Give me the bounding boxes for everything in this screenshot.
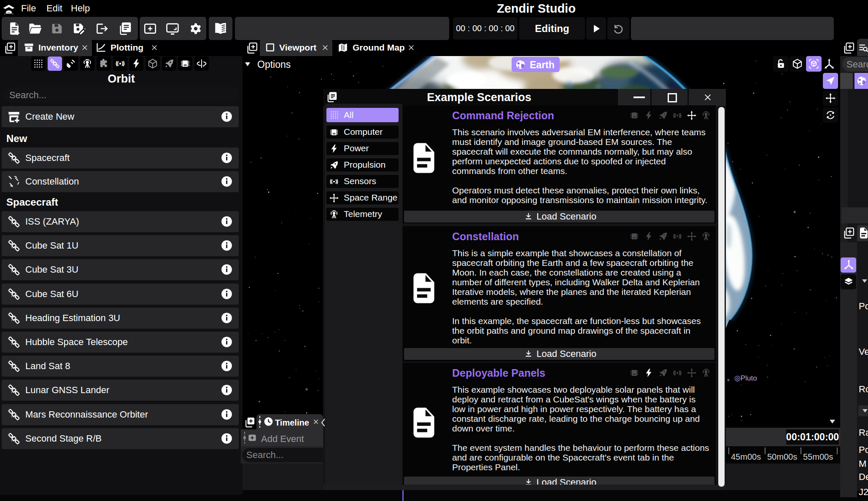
svg-text:◎Pluto: ◎Pluto <box>734 374 757 382</box>
